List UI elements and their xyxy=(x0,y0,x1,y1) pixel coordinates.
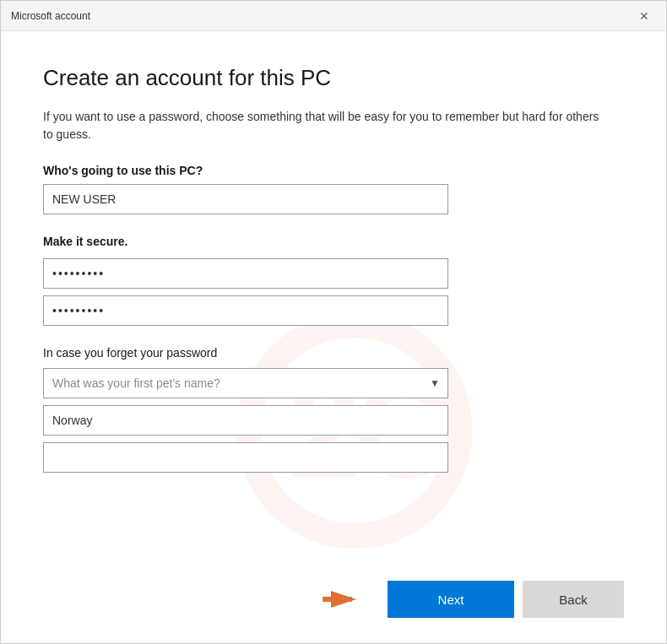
footer: Next Back xyxy=(1,564,666,643)
username-label: Who's going to use this PC? xyxy=(43,164,624,177)
next-arrow-icon xyxy=(323,581,369,618)
window-title: Microsoft account xyxy=(11,10,90,22)
main-window: Microsoft account ✕ 2C Create an account… xyxy=(0,0,667,644)
forget-label: In case you forget your password xyxy=(43,346,624,360)
svg-rect-1 xyxy=(323,597,352,602)
security-question-dropdown-container: What was your first pet's name? What was… xyxy=(43,368,448,398)
password-input[interactable] xyxy=(43,258,448,289)
content-area: Create an account for this PC If you wan… xyxy=(1,31,666,564)
security-question-dropdown[interactable]: What was your first pet's name? What was… xyxy=(43,368,448,398)
confirm-password-input[interactable] xyxy=(43,295,448,326)
page-title: Create an account for this PC xyxy=(43,65,624,91)
title-bar: Microsoft account ✕ xyxy=(1,1,666,31)
security-answer-input[interactable] xyxy=(43,405,448,436)
username-input[interactable] xyxy=(43,184,448,214)
back-button[interactable]: Back xyxy=(523,581,624,618)
hidden-partial-input xyxy=(43,442,448,473)
next-button[interactable]: Next xyxy=(388,581,514,618)
close-button[interactable]: ✕ xyxy=(632,4,656,28)
description-text: If you want to use a password, choose so… xyxy=(43,108,600,143)
security-label: Make it secure. xyxy=(43,235,624,248)
forget-section: In case you forget your password What wa… xyxy=(43,346,624,473)
security-section: Make it secure. xyxy=(43,235,624,333)
username-field-group: Who's going to use this PC? xyxy=(43,164,624,214)
